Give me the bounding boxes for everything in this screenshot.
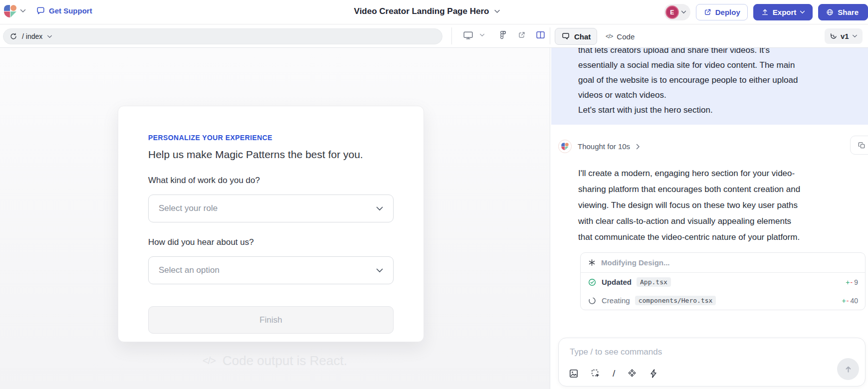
open-in-new-tab-icon[interactable] <box>517 30 526 39</box>
assistant-message-line: viewing. The design will focus on these … <box>578 197 868 213</box>
assistant-message-line: that communicate the video-centric natur… <box>578 229 868 245</box>
tab-chat[interactable]: Chat <box>555 28 597 45</box>
tab-code[interactable]: </> Code <box>606 28 635 45</box>
select-element-icon[interactable] <box>591 369 601 379</box>
quick-actions-bolt-icon[interactable] <box>649 369 658 379</box>
file-chip[interactable]: App.tsx <box>637 277 671 287</box>
get-support-label: Get Support <box>49 6 92 15</box>
refresh-icon[interactable] <box>9 32 17 40</box>
device-chevron-down-icon[interactable] <box>479 33 485 37</box>
hear-about-select[interactable]: Select an option <box>148 256 394 284</box>
upload-icon <box>761 8 769 16</box>
composer-placeholder: Type / to see commands <box>570 347 662 357</box>
code-glyph-icon: </> <box>606 33 613 40</box>
chat-bubble-icon <box>36 6 45 15</box>
user-message-line: Let's start with just the hero section. <box>578 103 857 118</box>
logo-shape <box>4 5 10 11</box>
status-header: Modifying Design... <box>581 253 865 273</box>
toolbar-divider <box>451 27 452 44</box>
export-chevron-down-icon <box>800 10 805 14</box>
top-bar-actions: E Deploy Export Share <box>664 4 868 20</box>
spinner-icon <box>588 296 597 305</box>
file-chip[interactable]: components/Hero.tsx <box>635 296 716 305</box>
question-hear-label: How did you hear about us? <box>148 237 394 247</box>
sparkle-icon <box>588 258 596 267</box>
diff-count: 9 <box>854 278 858 286</box>
watermark-label: Code output is React. <box>222 353 347 369</box>
export-button[interactable]: Export <box>753 4 813 20</box>
thought-summary[interactable]: Thought for 10s <box>558 140 868 153</box>
version-menu[interactable]: v1 <box>825 28 863 44</box>
select-chevron-down-icon <box>376 268 383 273</box>
status-action: Creating <box>602 296 630 305</box>
route-path-label: / index <box>22 32 42 40</box>
user-message-line: videos or watch videos. <box>578 88 857 103</box>
share-button[interactable]: Share <box>818 4 868 20</box>
history-icon <box>830 32 838 40</box>
chat-panel: that lets creators upload and share thei… <box>550 48 868 389</box>
check-circle-icon <box>588 278 597 287</box>
export-label: Export <box>773 8 797 16</box>
preview-canvas: PERSONALIZE YOUR EXPERIENCE Help us make… <box>0 48 550 389</box>
send-button[interactable] <box>837 358 859 380</box>
status-row-creating: Creating components/Hero.tsx + - 40 <box>581 291 865 310</box>
title-chevron-down-icon <box>494 9 500 13</box>
deploy-button[interactable]: Deploy <box>696 4 748 20</box>
composer-tools: / <box>569 368 658 379</box>
account-menu[interactable]: E <box>664 4 690 20</box>
version-chevron-down-icon <box>852 34 858 38</box>
diff-stats: + - 40 <box>842 297 858 305</box>
chevron-right-icon <box>636 144 640 150</box>
copy-icon <box>858 141 866 150</box>
status-row-updated: Updated App.tsx + - 9 <box>581 273 865 291</box>
arrow-up-icon <box>844 365 853 374</box>
toolbar-divider <box>550 27 550 44</box>
project-title[interactable]: Video Creator Landing Page Hero <box>354 6 500 16</box>
route-bar[interactable]: / index <box>3 28 442 44</box>
logo-shape <box>10 11 16 17</box>
magic-patterns-app: Get Support Video Creator Landing Page H… <box>0 0 868 389</box>
diff-plus: + <box>846 278 850 286</box>
device-preview-icon[interactable] <box>463 30 473 40</box>
assistant-message-line: I'll create a modern, engaging hero sect… <box>578 166 868 182</box>
magic-patterns-logo-icon <box>561 143 569 150</box>
code-output-watermark: </> Code output is React. <box>0 353 550 369</box>
role-select[interactable]: Select your role <box>148 194 394 222</box>
status-action: Updated <box>602 278 632 286</box>
attach-image-icon[interactable] <box>569 369 579 379</box>
finish-button[interactable]: Finish <box>148 306 394 334</box>
external-link-icon <box>703 8 712 16</box>
assistant-message-line: sharing platform that encourages both co… <box>578 182 868 197</box>
chat-composer[interactable]: Type / to see commands / <box>558 338 866 387</box>
diff-minus: - <box>851 278 853 286</box>
slash-command-icon[interactable]: / <box>613 368 615 379</box>
logo-shape <box>10 5 16 11</box>
code-glyph-icon: </> <box>203 355 216 367</box>
project-title-label: Video Creator Landing Page Hero <box>354 6 489 16</box>
figma-icon[interactable] <box>499 30 507 40</box>
user-message-line: essentially a social media site for vide… <box>578 58 857 73</box>
copy-message-button[interactable] <box>850 136 868 155</box>
modal-eyebrow: PERSONALIZE YOUR EXPERIENCE <box>148 134 394 142</box>
status-header-label: Modifying Design... <box>601 258 670 267</box>
hear-about-placeholder: Select an option <box>159 265 219 275</box>
components-icon[interactable] <box>627 369 637 379</box>
role-select-placeholder: Select your role <box>159 203 217 213</box>
logo-menu-chevron-icon[interactable] <box>20 9 26 13</box>
magic-patterns-logo-icon[interactable] <box>4 5 17 18</box>
top-bar: Get Support Video Creator Landing Page H… <box>0 0 868 24</box>
get-support-link[interactable]: Get Support <box>36 6 92 15</box>
select-chevron-down-icon <box>376 206 383 211</box>
share-label: Share <box>838 8 859 16</box>
user-message-line: goal of the website is to encourage peop… <box>578 73 857 88</box>
logo-shape <box>4 11 10 17</box>
code-tab-label: Code <box>617 32 635 41</box>
version-label: v1 <box>841 32 849 40</box>
user-message: that lets creators upload and share thei… <box>551 48 868 125</box>
modal-heading: Help us make Magic Patterns the best for… <box>148 149 394 161</box>
assistant-avatar <box>558 140 572 153</box>
deploy-label: Deploy <box>715 8 740 16</box>
split-view-icon[interactable] <box>536 30 545 39</box>
diff-plus: + <box>842 297 846 305</box>
route-chevron-down-icon[interactable] <box>47 35 52 38</box>
